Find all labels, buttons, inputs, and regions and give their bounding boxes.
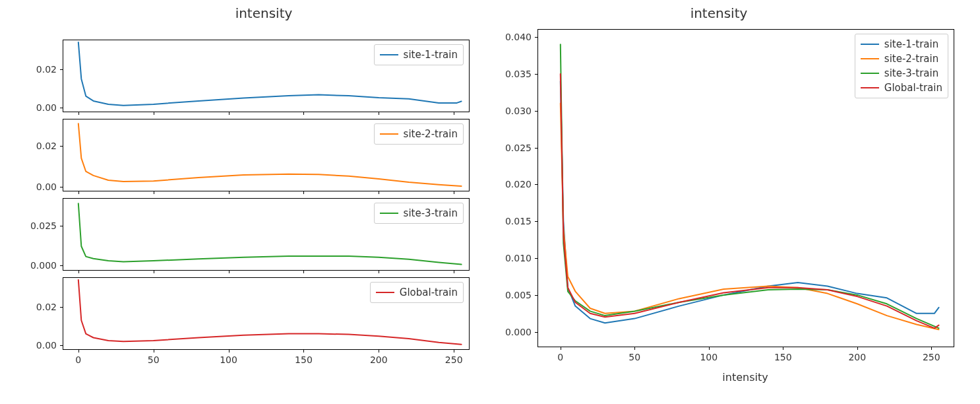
xtick-mark	[379, 270, 379, 273]
ytick-label: 0.02	[36, 141, 63, 151]
xtick-label: 0	[557, 352, 563, 362]
left-plot-global: Global-train 0.000.02050100150200250	[63, 277, 470, 350]
ytick-mark	[535, 295, 538, 296]
ytick-label: 0.015	[505, 216, 538, 226]
xtick-mark	[454, 349, 454, 353]
ytick-label: 0.00	[36, 182, 63, 192]
xtick-mark	[454, 112, 454, 115]
ytick-label: 0.02	[36, 64, 63, 75]
right-title: intensity	[653, 5, 785, 21]
ytick-mark	[60, 146, 63, 147]
xtick-mark	[229, 112, 230, 115]
legend-swatch-site-1	[380, 54, 398, 55]
xtick-mark	[154, 270, 154, 273]
ytick-label: 0.040	[505, 32, 538, 42]
ytick-label: 0.030	[505, 106, 538, 116]
xtick-mark	[931, 347, 932, 350]
ytick-label: 0.025	[30, 220, 63, 231]
ytick-mark	[60, 69, 63, 70]
xtick-mark	[154, 191, 154, 194]
ytick-label: 0.000	[30, 260, 63, 271]
xtick-mark	[303, 191, 304, 194]
ytick-label: 0.02	[36, 302, 63, 312]
ytick-mark	[60, 265, 63, 266]
figure: intensity intensity site-1-train 0.000.0…	[0, 0, 980, 404]
series-line	[561, 104, 939, 330]
xtick-mark	[379, 349, 379, 353]
xtick-mark	[561, 347, 561, 350]
legend-label-global: Global-train	[400, 286, 458, 298]
ytick-label: 0.035	[505, 69, 538, 79]
xtick-label: 50	[628, 352, 640, 362]
legend-right-swatch-global	[861, 87, 879, 88]
xtick-label: 250	[923, 352, 940, 362]
ytick-label: 0.010	[505, 253, 538, 263]
xtick-mark	[229, 270, 230, 273]
ytick-label: 0.000	[505, 327, 538, 337]
legend-right-label-global: Global-train	[884, 82, 942, 94]
xtick-mark	[78, 191, 79, 194]
xtick-mark	[379, 112, 379, 115]
ytick-mark	[535, 258, 538, 259]
xtick-label: 200	[370, 354, 388, 365]
xtick-mark	[454, 270, 454, 273]
xtick-mark	[78, 112, 79, 115]
ytick-mark	[535, 148, 538, 149]
legend-right: site-1-train site-2-train site-3-train G…	[855, 34, 948, 98]
ytick-mark	[60, 345, 63, 346]
ytick-label: 0.00	[36, 340, 63, 351]
left-plot-site-2: site-2-train 0.000.02	[63, 119, 470, 191]
legend-right-swatch-site-3	[861, 73, 879, 74]
legend-swatch-global	[376, 292, 394, 293]
ytick-mark	[60, 226, 63, 226]
xtick-label: 50	[148, 354, 160, 365]
series-line	[561, 74, 939, 328]
ytick-label: 0.00	[36, 102, 63, 113]
legend-label-site-1: site-1-train	[404, 49, 458, 61]
ytick-mark	[60, 307, 63, 308]
xtick-mark	[857, 347, 858, 350]
ytick-mark	[535, 111, 538, 112]
xtick-mark	[229, 191, 230, 194]
xtick-label: 150	[774, 352, 792, 362]
xtick-mark	[379, 191, 379, 194]
xtick-mark	[303, 270, 304, 273]
ytick-mark	[535, 332, 538, 333]
ytick-mark	[535, 184, 538, 185]
xtick-label: 150	[295, 354, 313, 365]
ytick-mark	[60, 187, 63, 187]
legend-right-swatch-site-2	[861, 58, 879, 59]
xtick-label: 0	[75, 354, 81, 365]
ytick-label: 0.005	[505, 290, 538, 300]
xtick-mark	[634, 347, 635, 350]
ytick-mark	[535, 37, 538, 38]
left-title: intensity	[198, 5, 330, 21]
xtick-mark	[303, 112, 304, 115]
ytick-label: 0.020	[505, 179, 538, 189]
xtick-label: 100	[220, 354, 237, 365]
ytick-label: 0.025	[505, 143, 538, 153]
xtick-mark	[154, 349, 154, 353]
legend-swatch-site-3	[380, 213, 398, 214]
legend-label-site-2: site-2-train	[404, 128, 458, 140]
ytick-mark	[535, 221, 538, 222]
xtick-mark	[78, 270, 79, 273]
xtick-label: 200	[848, 352, 866, 362]
legend-right-swatch-site-1	[861, 44, 879, 45]
legend-right-label-site-2: site-2-train	[884, 53, 938, 65]
xtick-mark	[229, 349, 230, 353]
xtick-mark	[454, 191, 454, 194]
legend-right-label-site-1: site-1-train	[884, 38, 938, 50]
xtick-label: 100	[700, 352, 718, 362]
legend-swatch-site-2	[380, 133, 398, 135]
legend-site-3: site-3-train	[374, 203, 464, 224]
left-plot-site-1: site-1-train 0.000.02	[63, 40, 470, 112]
ytick-mark	[535, 74, 538, 75]
legend-site-1: site-1-train	[374, 44, 464, 65]
right-plot-overlay: site-1-train site-2-train site-3-train G…	[537, 29, 954, 347]
xtick-mark	[709, 347, 710, 350]
right-xlabel: intensity	[722, 371, 768, 384]
legend-site-2: site-2-train	[374, 123, 464, 145]
legend-global: Global-train	[370, 282, 464, 303]
legend-right-label-site-3: site-3-train	[884, 67, 938, 79]
